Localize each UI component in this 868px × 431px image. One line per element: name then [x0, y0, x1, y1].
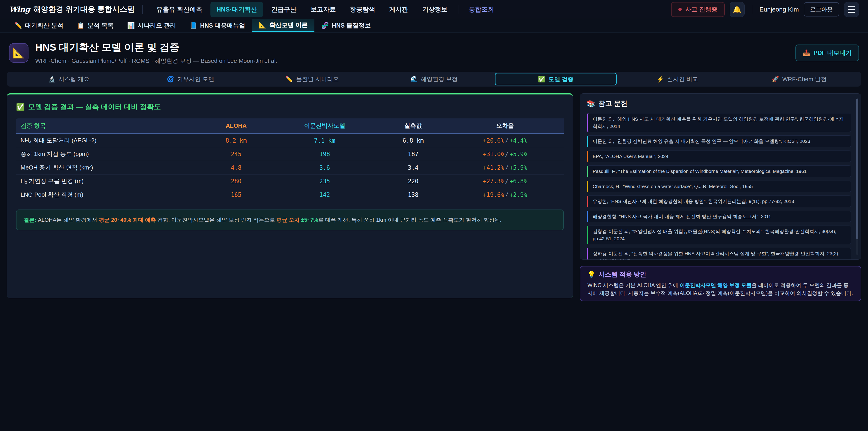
tab-물질별 시나리오[interactable]: ✏️물질별 시나리오 [251, 73, 373, 86]
table-row: LNG Pool 확산 직경 (m)165142138+19.6%/+2.9% [16, 188, 564, 202]
incident-status-label: 사고 진행중 [685, 5, 717, 13]
nav-item-항공탐색[interactable]: 항공탐색 [344, 2, 381, 17]
conclusion-text: ±5~7% [301, 217, 318, 223]
scrollbar-thumb[interactable] [856, 98, 858, 239]
table-row: H₂ 가연성 구름 반경 (m)280235220+27.3%/+6.8% [16, 175, 564, 188]
lee-model-value: 7.1 km [270, 133, 380, 147]
aloha-value: 4.8 [203, 161, 270, 175]
tab-시스템 개요[interactable]: 🔬시스템 개요 [8, 73, 130, 86]
subnav-label: 대기확산 분석 [25, 22, 64, 30]
scrollbar-track[interactable] [856, 98, 858, 255]
topbar-right: 사고 진행중 🔔 Eunjeong Kim 로그아웃 ☰ [671, 2, 859, 17]
nav-item-보고자료[interactable]: 보고자료 [305, 2, 342, 17]
nav-item-기상정보[interactable]: 기상정보 [416, 2, 454, 17]
check-icon: ✅ [538, 76, 545, 83]
reference-item[interactable]: 김창겸·이문진 외, "해양산업시설 배출 위험유해물질(HNS)의 해양확산 … [587, 225, 851, 244]
check-icon: ✅ [16, 103, 25, 111]
row-item-label: H₂ 가연성 구름 반경 (m) [16, 175, 203, 188]
subnav-label: HNS 물질정보 [332, 22, 371, 30]
lee-model-error: +6.8% [509, 178, 527, 185]
tab-가우시안 모델[interactable]: 🌀가우시안 모델 [130, 73, 252, 86]
measured-value: 138 [380, 188, 446, 202]
microscope-icon: 🔬 [48, 76, 55, 83]
error-rate-value: +27.3%/+6.8% [446, 175, 564, 188]
subnav-item-대기확산 분석[interactable]: ✏️대기확산 분석 [8, 19, 70, 32]
conclusion-text: 로 대폭 개선. 특히 풍하 1km 이내 근거리 농도 예측 정확도가 현저히… [318, 217, 502, 223]
aloha-error: +19.6% [483, 191, 504, 198]
notifications-button[interactable]: 🔔 [730, 2, 745, 17]
references-panel: 📚 참고 문헌 이문진 외, "해양 HNS 사고 시 대기확산 예측을 위한 … [580, 93, 861, 260]
logo-wing-mark: Wing [9, 5, 30, 14]
nav-item-유출유 확산예측[interactable]: 유출유 확산예측 [150, 2, 208, 17]
error-rate-value: +20.6%/+4.4% [446, 133, 564, 147]
error-separator: / [504, 164, 510, 171]
nav-item-통합조회[interactable]: 통합조회 [463, 2, 500, 17]
cyclone-icon: 🌀 [167, 76, 174, 83]
nav-item-게시판[interactable]: 게시판 [383, 2, 414, 17]
top-navigation-bar: Wing 해양환경 위기대응 통합시스템 유출유 확산예측HNS·대기확산긴급구… [0, 0, 868, 19]
subnav-label: 확산모델 이론 [270, 21, 308, 29]
application-body: WING 시스템은 기본 ALOHA 엔진 위에 이문진박사모델 해양 보정 모… [587, 281, 854, 297]
tab-실시간 비교[interactable]: ⚡실시간 비교 [617, 73, 739, 86]
reference-item[interactable]: 유영현, "HNS 재난사고에 대한 해양경찰의 대응 방안", 한국위기관리논… [587, 195, 851, 207]
subnav-item-시나리오 관리[interactable]: 📊시나리오 관리 [120, 19, 183, 32]
export-icon: 📤 [803, 49, 810, 57]
error-rate-value: +19.6%/+2.9% [446, 188, 564, 202]
logout-button[interactable]: 로그아웃 [804, 2, 839, 17]
incident-dot-icon [678, 8, 682, 11]
main-nav: 유출유 확산예측HNS·대기확산긴급구난보고자료항공탐색게시판기상정보통합조회 [150, 2, 500, 17]
logo-title: 해양환경 위기대응 통합시스템 [33, 4, 134, 14]
lee-model-error: +5.9% [509, 151, 527, 157]
pdf-export-button[interactable]: 📤 PDF 내보내기 [796, 44, 859, 61]
subnav-item-확산모델 이론[interactable]: 📐확산모델 이론 [252, 19, 314, 32]
subnav-item-HNS 물질정보[interactable]: 🧬HNS 물질정보 [314, 19, 377, 32]
error-separator: / [504, 137, 510, 144]
page-subtitle: WRF-Chem · Gaussian Plume/Puff · ROMS · … [35, 57, 277, 65]
tab-해양환경 보정[interactable]: 🌊해양환경 보정 [373, 73, 495, 86]
reference-item[interactable]: 이문진 외, "해양 HNS 사고 시 대기확산 예측을 위한 가우시안 모델의… [587, 113, 851, 132]
menu-button[interactable]: ☰ [844, 2, 859, 17]
tab-WRF-Chem 발전[interactable]: 🚀WRF-Chem 발전 [738, 73, 860, 86]
app-logo[interactable]: Wing 해양환경 위기대응 통합시스템 [9, 4, 134, 14]
reference-item[interactable]: EPA, "ALOHA User's Manual", 2024 [587, 151, 851, 162]
reference-item[interactable]: 장하용·이문진 외, "신속한 의사결정을 위한 HNS 사고이력관리시스템 설… [587, 248, 851, 260]
reference-item[interactable]: Charnock, H., "Wind stress on a water su… [587, 181, 851, 192]
page-header: 📐 HNS 대기확산 모델 이론 및 검증 WRF-Chem · Gaussia… [0, 33, 868, 71]
row-item-label: LNG Pool 확산 직경 (m) [16, 188, 203, 202]
table-row: MeOH 증기 확산 면적 (km²)4.83.63.4+41.2%/+5.9% [16, 161, 564, 175]
divider [142, 5, 143, 14]
page-title-icon: 📐 [9, 43, 29, 63]
aloha-error: +20.6% [483, 137, 504, 144]
nav-item-긴급구난[interactable]: 긴급구난 [266, 2, 303, 17]
column-header-검증 항목: 검증 항목 [16, 118, 203, 133]
application-title: 💡 시스템 적용 방안 [587, 270, 854, 279]
reference-item[interactable]: 해양경찰청, "HNS 사고 국가 대비 대응 체제 선진화 방안 연구용역 최… [587, 211, 851, 222]
column-header-오차율: 오차율 [446, 118, 564, 133]
application-text: WING 시스템은 기본 ALOHA 엔진 위에 [587, 282, 680, 288]
triangle-ruler-icon: 📐 [13, 47, 25, 59]
error-rate-value: +41.2%/+5.9% [446, 161, 564, 175]
reference-item[interactable]: Pasquill, F., "The Estimation of the Dis… [587, 165, 851, 177]
validation-table-header: 검증 항목ALOHA이문진박사모델실측값오차율 [16, 118, 564, 133]
bulb-icon: 💡 [587, 271, 595, 278]
column-header-실측값: 실측값 [380, 118, 446, 133]
incident-status-badge: 사고 진행중 [671, 2, 725, 17]
aloha-error: +31.0% [483, 151, 504, 157]
error-separator: / [504, 151, 510, 157]
lee-model-value: 3.6 [270, 161, 380, 175]
lee-model-error: +4.4% [509, 137, 527, 144]
triangle-ruler-icon: 📐 [259, 22, 267, 29]
reference-item[interactable]: 이문진 외, "친환경 선박연료 해양 유출 시 대기확산 특성 연구 — 암모… [587, 135, 851, 147]
bell-icon: 🔔 [733, 5, 741, 13]
subnav-item-HNS 대응매뉴얼[interactable]: 📘HNS 대응매뉴얼 [183, 19, 252, 32]
error-separator: / [504, 191, 510, 198]
pencil-icon: ✏️ [14, 22, 22, 29]
hamburger-icon: ☰ [847, 5, 856, 14]
tab-모델 검증[interactable]: ✅모델 검증 [495, 73, 617, 86]
subnav-item-분석 목록[interactable]: 📋분석 목록 [70, 19, 120, 32]
subnav-label: HNS 대응매뉴얼 [200, 22, 245, 30]
references-title: 📚 참고 문헌 [587, 99, 851, 108]
measured-value: 6.8 km [380, 133, 446, 147]
nav-item-HNS·대기확산[interactable]: HNS·대기확산 [211, 2, 263, 17]
aloha-value: 8.2 km [203, 133, 270, 147]
